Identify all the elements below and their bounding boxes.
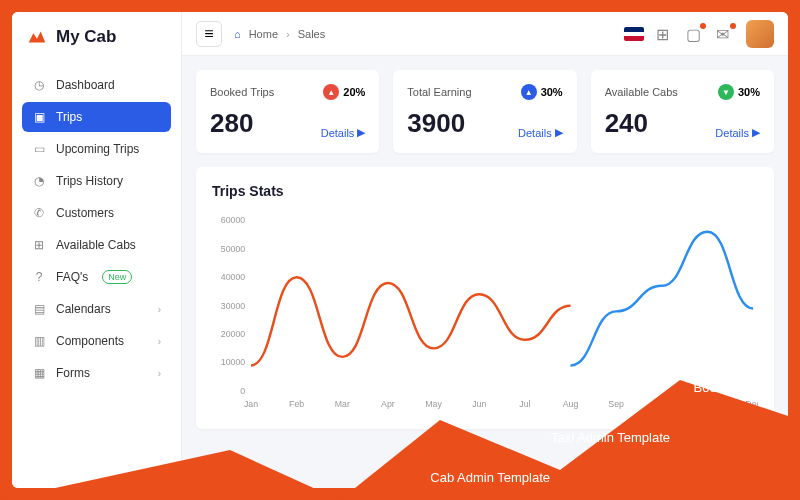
svg-text:Jun: Jun — [472, 399, 486, 409]
menu-toggle-button[interactable]: ≡ — [196, 21, 222, 47]
svg-text:Feb: Feb — [289, 399, 304, 409]
sidebar-item-history[interactable]: ◔Trips History — [22, 166, 171, 196]
card-total-earning: Total Earning▲30% 3900Details ▶ — [393, 70, 576, 153]
sidebar-item-faqs[interactable]: ?FAQ'sNew — [22, 262, 171, 292]
breadcrumb-home[interactable]: Home — [249, 28, 278, 40]
details-link[interactable]: Details ▶ — [715, 126, 760, 139]
card-booked-trips: Booked Trips▲20% 280Details ▶ — [196, 70, 379, 153]
svg-text:Aug: Aug — [563, 399, 579, 409]
logo-text: My Cab — [56, 27, 116, 47]
logo-icon — [26, 26, 48, 48]
svg-text:Oct: Oct — [655, 399, 669, 409]
svg-text:Jul: Jul — [519, 399, 530, 409]
card-value: 280 — [210, 108, 253, 139]
sidebar-item-dashboard[interactable]: ◷Dashboard — [22, 70, 171, 100]
svg-text:Mar: Mar — [335, 399, 350, 409]
chart-title: Trips Stats — [212, 183, 758, 199]
card-value: 3900 — [407, 108, 465, 139]
sidebar-item-cabs[interactable]: ⊞Available Cabs — [22, 230, 171, 260]
sidebar: My Cab ◷Dashboard ▣Trips ▭Upcoming Trips… — [12, 12, 182, 488]
calendar2-icon: ▤ — [32, 302, 46, 316]
mail-icon[interactable]: ✉ — [716, 25, 734, 43]
svg-text:May: May — [425, 399, 442, 409]
card-label: Available Cabs — [605, 86, 678, 98]
arrow-down-icon: ▼ — [718, 84, 734, 100]
card-percent: ▲30% — [521, 84, 563, 100]
content: Booked Trips▲20% 280Details ▶ Total Earn… — [182, 56, 788, 443]
svg-text:Apr: Apr — [381, 399, 395, 409]
svg-text:Jan: Jan — [244, 399, 258, 409]
sidebar-item-trips[interactable]: ▣Trips — [22, 102, 171, 132]
menu-icon: ≡ — [204, 25, 213, 43]
notification-dot — [700, 23, 706, 29]
cab-icon: ⊞ — [32, 238, 46, 252]
card-percent: ▲20% — [323, 84, 365, 100]
forms-icon: ▦ — [32, 366, 46, 380]
breadcrumb-current: Sales — [298, 28, 326, 40]
svg-text:Sep: Sep — [608, 399, 624, 409]
new-badge: New — [102, 270, 132, 284]
card-percent: ▼30% — [718, 84, 760, 100]
flag-uk-icon[interactable] — [624, 27, 644, 41]
phone-icon: ✆ — [32, 206, 46, 220]
topbar: ≡ ⌂ Home › Sales ⊞ ▢ ✉ — [182, 12, 788, 56]
stat-cards: Booked Trips▲20% 280Details ▶ Total Earn… — [196, 70, 774, 153]
svg-text:Dec: Dec — [745, 399, 758, 409]
details-link[interactable]: Details ▶ — [321, 126, 366, 139]
svg-text:0: 0 — [240, 386, 245, 396]
help-icon: ? — [32, 270, 46, 284]
card-available-cabs: Available Cabs▼30% 240Details ▶ — [591, 70, 774, 153]
svg-text:50000: 50000 — [221, 244, 246, 254]
svg-text:20000: 20000 — [221, 329, 246, 339]
card-label: Booked Trips — [210, 86, 274, 98]
chevron-right-icon: › — [286, 28, 290, 40]
notification-dot — [730, 23, 736, 29]
components-icon: ▥ — [32, 334, 46, 348]
trips-chart: 0100002000030000400005000060000JanFebMar… — [212, 213, 758, 413]
grid-icon[interactable]: ⊞ — [656, 25, 674, 43]
calendar-icon: ▭ — [32, 142, 46, 156]
nav: ◷Dashboard ▣Trips ▭Upcoming Trips ◔Trips… — [22, 70, 171, 388]
clock-icon: ◔ — [32, 174, 46, 188]
svg-text:Nov: Nov — [700, 399, 716, 409]
main: ≡ ⌂ Home › Sales ⊞ ▢ ✉ Booked Trips▲20% … — [182, 12, 788, 488]
arrow-up-icon: ▲ — [323, 84, 339, 100]
sidebar-item-customers[interactable]: ✆Customers — [22, 198, 171, 228]
chevron-right-icon: › — [158, 304, 161, 315]
avatar[interactable] — [746, 20, 774, 48]
chart-card: Trips Stats 0100002000030000400005000060… — [196, 167, 774, 429]
svg-text:10000: 10000 — [221, 357, 246, 367]
breadcrumb: ⌂ Home › Sales — [234, 28, 325, 40]
sidebar-item-calendars[interactable]: ▤Calendars› — [22, 294, 171, 324]
topbar-actions: ⊞ ▢ ✉ — [624, 20, 774, 48]
card-value: 240 — [605, 108, 648, 139]
sidebar-item-upcoming[interactable]: ▭Upcoming Trips — [22, 134, 171, 164]
svg-text:40000: 40000 — [221, 272, 246, 282]
card-label: Total Earning — [407, 86, 471, 98]
car-icon: ▣ — [32, 110, 46, 124]
arrow-up-icon: ▲ — [521, 84, 537, 100]
details-link[interactable]: Details ▶ — [518, 126, 563, 139]
sidebar-item-forms[interactable]: ▦Forms› — [22, 358, 171, 388]
clipboard-icon[interactable]: ▢ — [686, 25, 704, 43]
svg-text:30000: 30000 — [221, 301, 246, 311]
chevron-right-icon: › — [158, 336, 161, 347]
chevron-right-icon: › — [158, 368, 161, 379]
home-icon[interactable]: ⌂ — [234, 28, 241, 40]
gauge-icon: ◷ — [32, 78, 46, 92]
sidebar-item-components[interactable]: ▥Components› — [22, 326, 171, 356]
logo[interactable]: My Cab — [22, 26, 171, 48]
svg-text:60000: 60000 — [221, 215, 246, 225]
